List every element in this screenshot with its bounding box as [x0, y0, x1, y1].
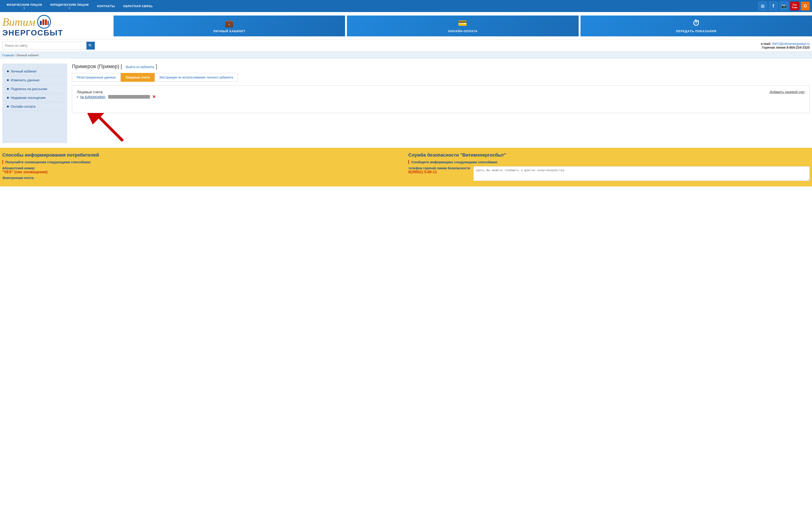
meter-icon: ⏱	[692, 19, 700, 28]
logo: Витим ЭНЕРГОСБЫТ	[2, 14, 63, 37]
logo-vitim-text: Витим	[2, 17, 35, 28]
org-chart-icon[interactable]: ⊞	[758, 2, 767, 10]
logo-icon-circle	[37, 14, 52, 29]
breadcrumb: Главная / Личный кабинет	[0, 52, 812, 59]
svg-rect-4	[48, 21, 49, 25]
search-contact-row: 🔍 e-mail: INFO@vitimenergosbyt.ru Горяча…	[0, 40, 812, 52]
search-button[interactable]: 🔍	[86, 42, 95, 50]
accounts-title: Лицевые счета:	[77, 90, 104, 94]
footer-left-label2: Электронная почта:	[2, 176, 404, 180]
account-panel: Лицевые счета: Добавить лицевой счет • №…	[72, 85, 810, 113]
svg-rect-1	[40, 21, 42, 25]
footer-right-label1: телефон горячей линии безопасности	[408, 166, 470, 170]
add-account-link[interactable]: Добавить лицевой счет	[770, 90, 805, 94]
email-link[interactable]: INFO@vitimenergosbyt.ru	[772, 42, 810, 46]
footer-right-subtitle: Сообщите информацию следующими способами…	[411, 160, 810, 164]
sidebar-item-izmenit-dannye[interactable]: Изменить данные	[6, 76, 64, 85]
nav-item-kontakty[interactable]: КОНТАКТЫ	[93, 0, 119, 12]
security-report-input[interactable]	[473, 166, 810, 181]
sidebar-item-lichny-kabinet[interactable]: Личный кабинет	[6, 67, 64, 76]
header-action-buttons: 💼 ЛИЧНЫЙ КАБИНЕТ 💳 ОНЛАЙН-ОПЛАТА ⏱ ПЕРЕД…	[114, 16, 812, 36]
arrow-annotation	[72, 113, 810, 143]
svg-line-6	[100, 118, 123, 141]
bullet-icon	[7, 79, 9, 81]
account-tabs: Регистрационные данные Лицевые счета Инс…	[72, 73, 810, 82]
nav-item-yuridicheskim[interactable]: ЮРИДИЧЕСКИМ ЛИЦАМ ▾	[46, 0, 93, 12]
breadcrumb-current: Личный кабинет	[16, 54, 39, 57]
nav-item-fizicheskim[interactable]: ФИЗИЧЕСКИМ ЛИЦАМ ▾	[2, 0, 46, 12]
lichny-kabinet-button[interactable]: 💼 ЛИЧНЫЙ КАБИНЕТ	[114, 16, 345, 36]
user-title: Примеров (Пример) [ Выйти из кабинета ]	[72, 63, 810, 69]
bullet-icon	[7, 88, 9, 90]
main-content: Личный кабинет Изменить данные Подписка …	[0, 59, 812, 148]
sidebar-item-online-oplata[interactable]: Онлайн-оплата	[6, 102, 64, 111]
search-icon: 🔍	[88, 43, 93, 48]
svg-rect-2	[42, 20, 44, 25]
online-oplata-button[interactable]: 💳 ОНЛАЙН-ОПЛАТА	[347, 16, 578, 36]
card-icon: 💳	[458, 19, 467, 28]
search-box: 🔍	[2, 42, 95, 50]
footer-right-title: Служба безопасности "Витимэнергосбыт"	[408, 152, 810, 158]
footer-divider-right: Сообщите информацию следующими способами…	[408, 160, 810, 164]
bullet-icon	[7, 70, 9, 72]
tab-instruktsiya[interactable]: Инструкция по использованию личного каби…	[154, 73, 238, 82]
footer-left-value1: "VES" (смс оповещения)	[2, 170, 404, 174]
facebook-icon[interactable]: f	[769, 2, 778, 10]
logo-energosbit-text: ЭНЕРГОСБЫТ	[2, 28, 63, 37]
instagram-icon[interactable]: 📷	[780, 2, 788, 10]
briefcase-icon: 💼	[225, 19, 234, 28]
svg-rect-3	[45, 20, 47, 25]
sidebar-item-nedavnie[interactable]: Недавние посещения	[6, 93, 64, 102]
content-area: Примеров (Пример) [ Выйти из кабинета ] …	[72, 63, 810, 143]
social-icons: ⊞ f 📷 YouTube О	[758, 2, 810, 10]
odnoklassniki-icon[interactable]: О	[801, 2, 810, 10]
logo-area: Витим ЭНЕРГОСБЫТ	[2, 14, 114, 37]
delete-account-button[interactable]: ✕	[152, 94, 156, 99]
search-input[interactable]	[3, 42, 86, 49]
footer-info-sections: Способы информирования потребителей Полу…	[0, 148, 812, 186]
footer-left-subtitle: Получайте оповещения следующими способам…	[5, 160, 404, 164]
footer-divider-left: Получайте оповещения следующими способам…	[2, 160, 404, 164]
bullet-icon	[7, 106, 9, 108]
logout-link[interactable]: Выйти из кабинета	[126, 65, 154, 69]
site-header: Витим ЭНЕРГОСБЫТ 💼 ЛИЧНЫЙ КАБИНЕТ 💳	[0, 12, 812, 40]
tab-registration-data[interactable]: Регистрационные данные	[72, 73, 121, 82]
nav-links: ФИЗИЧЕСКИМ ЛИЦАМ ▾ ЮРИДИЧЕСКИМ ЛИЦАМ ▾ К…	[2, 0, 758, 12]
footer-right-section: Служба безопасности "Витимэнергосбыт" Со…	[408, 152, 810, 182]
chevron-down-icon: ▾	[69, 7, 70, 9]
footer-right-value1: 8(39561) 5-60-11	[408, 170, 470, 174]
peredat-pokazaniya-button[interactable]: ⏱ ПЕРЕДАТЬ ПОКАЗАНИЯ	[580, 16, 812, 36]
youtube-icon[interactable]: YouTube	[790, 2, 799, 10]
chevron-down-icon: ▾	[24, 7, 25, 9]
sidebar: Личный кабинет Изменить данные Подписка …	[2, 63, 67, 143]
account-number[interactable]: № БД00004800,	[80, 95, 106, 99]
footer-left-title: Способы информирования потребителей	[2, 152, 404, 158]
breadcrumb-home[interactable]: Главная	[2, 54, 14, 57]
footer-left-label1: Абонентский номер:	[2, 166, 404, 170]
contact-info: e-mail: INFO@vitimenergosbyt.ru Горячая …	[761, 42, 810, 49]
account-name-blurred	[108, 95, 150, 99]
top-navigation: ФИЗИЧЕСКИМ ЛИЦАМ ▾ ЮРИДИЧЕСКИМ ЛИЦАМ ▾ К…	[0, 0, 812, 12]
sidebar-item-podpiska[interactable]: Подписка на рассылки	[6, 85, 64, 93]
account-entry: • № БД00004800, ✕	[77, 94, 805, 99]
tab-licevye-scheta[interactable]: Лицевые счета	[121, 73, 155, 82]
nav-item-obratnaya-svyaz[interactable]: ОБРАТНАЯ СВЯЗЬ	[119, 0, 157, 12]
footer-left-section: Способы информирования потребителей Полу…	[2, 152, 404, 182]
bullet-icon	[7, 97, 9, 99]
